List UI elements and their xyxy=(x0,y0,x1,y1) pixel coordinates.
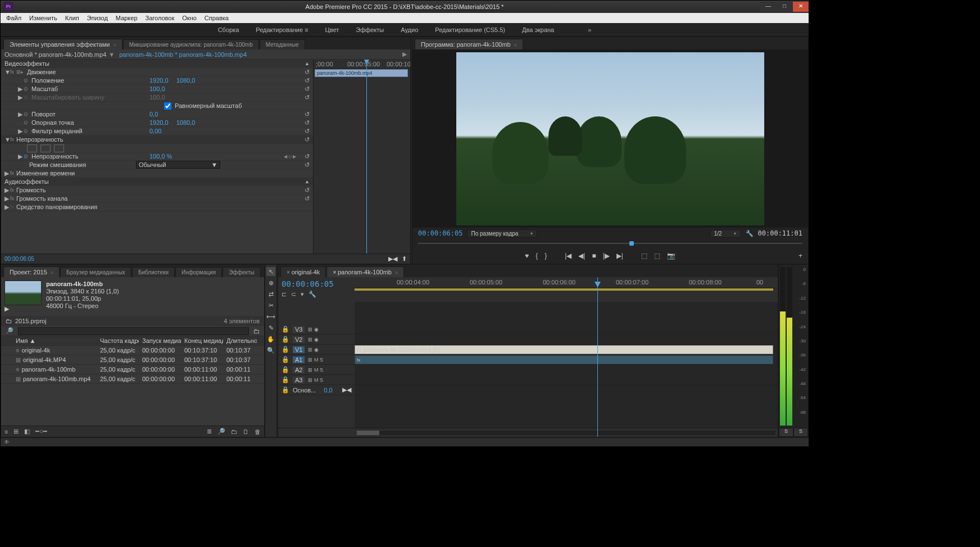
menu-marker[interactable]: Маркер xyxy=(112,13,141,22)
track-master[interactable]: 🔒Основ...0,0▶◀ xyxy=(278,385,355,395)
wrench-icon[interactable]: 🔧 xyxy=(746,230,754,237)
mark-out-icon[interactable]: } xyxy=(545,252,547,260)
timeline-playhead[interactable] xyxy=(597,277,598,437)
pen-tool[interactable]: ✎ xyxy=(266,323,275,332)
zoom-select[interactable]: 1/2 xyxy=(710,229,741,238)
ws-dual[interactable]: Два экрана xyxy=(522,26,554,33)
extract-icon[interactable]: ⬚ xyxy=(654,252,660,260)
add-button-icon[interactable]: + xyxy=(798,252,802,260)
ws-assembly[interactable]: Сборка xyxy=(218,26,239,33)
ec-clip[interactable]: panoram-4k-100mb.mp4 xyxy=(315,69,408,77)
tab-seq-original[interactable]: × original-4k xyxy=(280,266,326,277)
track-row-a1[interactable]: fx xyxy=(355,355,778,365)
hand-tool[interactable]: ✋ xyxy=(266,334,275,343)
col-out[interactable]: Конец медиаданн xyxy=(181,337,223,344)
automate-icon[interactable]: ≣ xyxy=(207,428,212,435)
tab-project[interactable]: Проект: 2015≡ xyxy=(3,266,60,277)
list-view-icon[interactable]: ≡ xyxy=(4,428,8,435)
track-v3[interactable]: 🔒V3⊞ ◉ xyxy=(278,324,355,334)
col-fps[interactable]: Частота кадров xyxy=(97,337,139,344)
blend-select[interactable]: Обычный▼ xyxy=(136,161,220,169)
ec-volume[interactable]: ▶fxГромкость↺ xyxy=(1,186,313,195)
track-v2[interactable]: 🔒V2⊞ ◉ xyxy=(278,334,355,345)
program-viewer[interactable] xyxy=(412,49,808,228)
menu-sequence[interactable]: Эпизод xyxy=(84,13,111,22)
ws-cs55[interactable]: Редактирование (CS5.5) xyxy=(435,26,505,33)
ec-opacity[interactable]: ▼fxНепрозрачность↺ xyxy=(1,135,313,144)
tab-program[interactable]: Программа: panoram-4k-100mb≡ xyxy=(415,39,523,49)
minimize-button[interactable]: — xyxy=(760,2,776,12)
track-row-master[interactable] xyxy=(355,385,778,395)
col-in[interactable]: Запуск медиаданн xyxy=(139,337,181,344)
loop-icon[interactable]: ▶◀ xyxy=(388,255,397,263)
ec-playhead[interactable] xyxy=(366,60,367,254)
tab-media-browser[interactable]: Браузер медиаданных xyxy=(60,267,131,277)
track-row-v3[interactable] xyxy=(355,324,778,334)
tab-info[interactable]: Информация xyxy=(175,267,222,277)
ec-mask-tools[interactable] xyxy=(1,144,313,152)
audio-clip[interactable]: fx xyxy=(355,355,773,364)
ec-time-remap[interactable]: ▶fxИзменение времени xyxy=(1,169,313,178)
snap-icon[interactable]: ⊏ xyxy=(282,291,287,298)
ws-editing[interactable]: Редактирование ≡ xyxy=(256,26,308,33)
rect-mask-icon[interactable] xyxy=(40,144,51,152)
table-row[interactable]: ⊞original-4k.MP4 25,00 кадр/с00:00:00:00… xyxy=(1,355,264,365)
goto-in-icon[interactable]: |◀ xyxy=(565,252,571,260)
ec-panner[interactable]: ▶fxСредство панорамирования xyxy=(1,203,313,211)
slip-tool[interactable]: ⟷ xyxy=(266,312,275,321)
ec-scale[interactable]: ▶⊙Масштаб100,0↺ xyxy=(1,85,313,93)
timeline-ruler[interactable]: 00:00:04:00 00:00:05:00 00:00:06:00 00:0… xyxy=(355,277,778,288)
solo-right[interactable]: S xyxy=(793,428,808,437)
program-scrubber[interactable] xyxy=(418,239,802,248)
link-icon[interactable]: ⊂ xyxy=(291,291,296,298)
menu-edit[interactable]: Изменить xyxy=(26,13,61,22)
eye-icon[interactable]: 👁 xyxy=(4,439,10,445)
export-icon[interactable]: ⬆ xyxy=(402,255,407,263)
marker-icon[interactable]: ▾ xyxy=(301,291,304,298)
mark-in-icon[interactable]: { xyxy=(536,252,538,260)
delete-icon[interactable]: 🗑 xyxy=(255,428,261,435)
search-input[interactable] xyxy=(18,327,249,335)
menu-clip[interactable]: Клип xyxy=(62,13,83,22)
ec-blend[interactable]: Режим смешиванияОбычный▼↺ xyxy=(1,161,313,169)
filter-icon[interactable]: 🗀 xyxy=(253,328,260,334)
goto-out-icon[interactable]: ▶| xyxy=(616,252,623,260)
find-icon[interactable]: 🔎 xyxy=(217,428,225,435)
maximize-button[interactable]: □ xyxy=(777,2,792,12)
video-clip[interactable]: fxpanoram-4k-100mb.mp4 [В] xyxy=(355,345,773,354)
ec-rotation[interactable]: ▶⊙Поворот0,0↺ xyxy=(1,110,313,119)
track-a1[interactable]: 🔒A1⊞ M S xyxy=(278,355,355,365)
reset-icon[interactable]: ↺ xyxy=(305,69,310,76)
tab-metadata[interactable]: Метаданные xyxy=(260,39,305,49)
ws-audio[interactable]: Аудио xyxy=(401,26,418,33)
tab-effects-panel[interactable]: Эффекты xyxy=(223,267,260,277)
step-fwd-icon[interactable]: |▶ xyxy=(603,252,610,260)
menu-window[interactable]: Окно xyxy=(179,13,200,22)
ec-position[interactable]: ⊙Положение1920,01080,0↺ xyxy=(1,76,313,85)
ec-anchor[interactable]: ⊙Опорная точка1920,01080,0↺ xyxy=(1,119,313,127)
razor-tool[interactable]: ✂ xyxy=(266,301,275,310)
program-timecode[interactable]: 00:00:06:05 xyxy=(418,229,462,237)
ec-motion[interactable]: ▼fx⊞▸Движение↺ xyxy=(1,68,313,76)
work-area-bar[interactable] xyxy=(355,288,773,291)
project-file[interactable]: 2015.prproj xyxy=(15,318,47,324)
tab-audio-mixer[interactable]: Микширование аудиоклипа: panoram-4k-100m… xyxy=(123,39,259,49)
thumb-play-icon[interactable]: ▶ xyxy=(4,305,42,313)
ellipse-mask-icon[interactable] xyxy=(27,144,37,152)
close-button[interactable]: ✕ xyxy=(793,2,809,12)
play-button[interactable]: ■ xyxy=(592,252,596,260)
track-a3[interactable]: 🔒A3⊞ M S xyxy=(278,375,355,385)
menu-title[interactable]: Заголовок xyxy=(142,13,178,22)
settings-icon[interactable]: 🔧 xyxy=(308,291,316,298)
ws-effects[interactable]: Эффекты xyxy=(356,26,384,33)
track-v1[interactable]: 🔒V1⊞ ◉ xyxy=(278,345,355,355)
track-row-a2[interactable] xyxy=(355,365,778,375)
ec-opacity-value[interactable]: ▶⊙Непрозрачность100,0 %◀ ◇ ▶↺ xyxy=(1,152,313,161)
ripple-tool[interactable]: ⇄ xyxy=(266,290,275,299)
table-row[interactable]: ⊞panoram-4k-100mb.mp4 25,00 кадр/с00:00:… xyxy=(1,374,264,384)
step-back-icon[interactable]: ◀| xyxy=(578,252,585,260)
solo-left[interactable]: S xyxy=(779,428,793,437)
selection-tool[interactable]: ↖ xyxy=(266,267,275,276)
timeline-scrollbar[interactable] xyxy=(355,428,778,437)
freeform-icon[interactable]: ◧ xyxy=(24,428,30,435)
